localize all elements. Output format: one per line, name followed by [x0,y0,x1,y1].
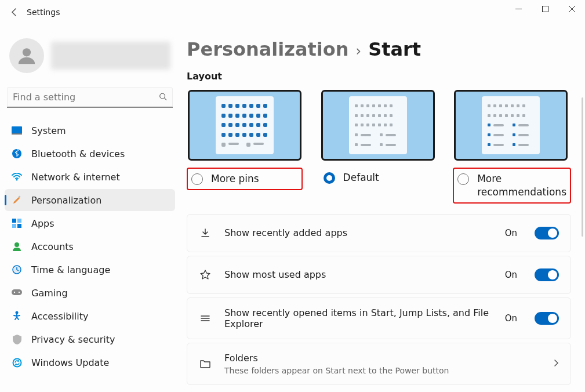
nav-bluetooth[interactable]: Bluetooth & devices [5,143,175,165]
setting-title: Show most used apps [224,269,492,280]
system-icon [12,125,22,136]
svg-rect-4 [12,133,22,135]
globe-clock-icon [12,264,22,275]
nav-label: Bluetooth & devices [31,148,125,159]
folder-icon [199,357,212,370]
wifi-icon [12,172,22,182]
radio-more-recommendations[interactable]: More recommendations [453,168,571,204]
back-button[interactable] [9,7,20,17]
nav-windows-update[interactable]: Windows Update [5,351,175,373]
search-input[interactable] [7,87,173,108]
minimize-button[interactable] [505,0,532,17]
svg-point-17 [16,311,19,314]
bluetooth-icon [12,148,22,159]
avatar [9,38,44,73]
radio-icon [191,173,203,185]
radio-default[interactable]: Default [320,168,436,188]
svg-point-1 [23,48,31,56]
radio-more-pins[interactable]: More pins [187,168,303,190]
toggle-state: On [505,313,517,324]
layout-thumb-more-recommendations [454,90,568,161]
breadcrumb-parent[interactable]: Personalization [187,38,349,60]
svg-point-2 [160,93,165,99]
nav-label: Privacy & security [31,334,115,345]
svg-rect-9 [17,219,21,223]
settings-list: Show recently added apps On Show most us… [187,214,571,385]
radio-label: Default [343,171,379,184]
nav-label: Apps [31,218,54,229]
layout-thumb-default [321,90,435,161]
nav-accessibility[interactable]: Accessibility [5,305,175,327]
nav-personalization[interactable]: Personalization [5,189,175,211]
setting-title: Show recently opened items in Start, Jum… [224,307,492,329]
layout-option-more-recommendations[interactable]: More recommendations [453,90,571,204]
maximize-button[interactable] [532,0,558,17]
radio-label: More pins [211,172,259,186]
svg-rect-10 [12,224,16,228]
layout-options: More pins [187,90,571,204]
svg-rect-11 [17,224,21,228]
shield-icon [12,334,22,344]
setting-most-used-apps[interactable]: Show most used apps On [187,256,571,294]
sidebar: System Bluetooth & devices Network & int… [0,29,180,392]
nav-label: Network & internet [31,172,120,183]
gamepad-icon [12,288,22,298]
nav-label: Time & language [31,264,110,275]
setting-subtitle: These folders appear on Start next to th… [224,366,537,375]
nav-privacy[interactable]: Privacy & security [5,328,175,350]
layout-option-more-pins[interactable]: More pins [187,90,303,204]
close-button[interactable] [558,0,585,17]
scrollbar[interactable] [582,97,583,237]
radio-icon [324,172,335,184]
person-icon [12,241,22,252]
nav-label: Gaming [31,288,68,299]
main-content: Personalization › Start Layout [180,29,585,392]
nav-label: System [31,125,66,136]
app-title: Settings [27,8,60,17]
radio-label: More recommendations [477,172,566,199]
breadcrumb-current: Start [368,38,421,60]
svg-point-18 [13,358,21,366]
setting-title: Show recently added apps [224,227,492,238]
section-layout-title: Layout [187,71,571,82]
toggle-state: On [505,270,517,280]
toggle-state: On [505,228,517,238]
layout-thumb-more-pins [188,90,301,161]
accessibility-icon [12,311,22,321]
apps-icon [12,218,22,228]
update-icon [12,357,22,368]
account-profile[interactable] [5,34,175,78]
nav-gaming[interactable]: Gaming [5,282,175,304]
svg-rect-8 [12,219,16,223]
setting-recently-opened-items[interactable]: Show recently opened items in Start, Jum… [187,297,571,339]
nav-system[interactable]: System [5,119,175,141]
toggle-switch[interactable] [535,312,559,325]
setting-title: Folders [224,353,537,364]
svg-rect-0 [542,6,548,12]
list-icon [199,312,212,325]
breadcrumb-separator: › [356,43,362,59]
breadcrumb: Personalization › Start [187,38,571,60]
svg-point-16 [19,292,20,293]
nav-accounts[interactable]: Accounts [5,235,175,257]
radio-icon [457,173,469,185]
layout-option-default[interactable]: Default [320,90,436,204]
search-icon [159,92,167,103]
toggle-switch[interactable] [535,268,559,281]
titlebar: Settings [0,0,585,29]
setting-folders[interactable]: Folders These folders appear on Start ne… [187,343,571,385]
nav-network[interactable]: Network & internet [5,166,175,188]
svg-point-12 [14,242,19,247]
svg-rect-14 [12,289,22,295]
search-box[interactable] [7,87,173,108]
nav-time-language[interactable]: Time & language [5,259,175,281]
paintbrush-icon [12,195,22,205]
setting-recently-added-apps[interactable]: Show recently added apps On [187,214,571,252]
svg-rect-3 [12,126,22,133]
nav-apps[interactable]: Apps [5,212,175,234]
download-icon [199,227,212,239]
toggle-switch[interactable] [535,227,559,239]
account-name-redacted [51,42,170,70]
svg-point-15 [14,292,15,293]
star-icon [199,268,212,281]
